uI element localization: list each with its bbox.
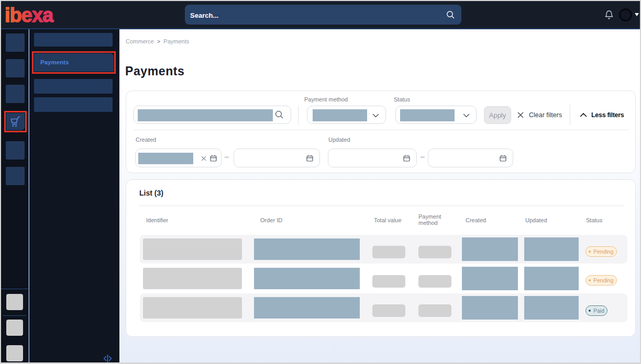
svg-text:ibexa: ibexa — [5, 4, 54, 26]
